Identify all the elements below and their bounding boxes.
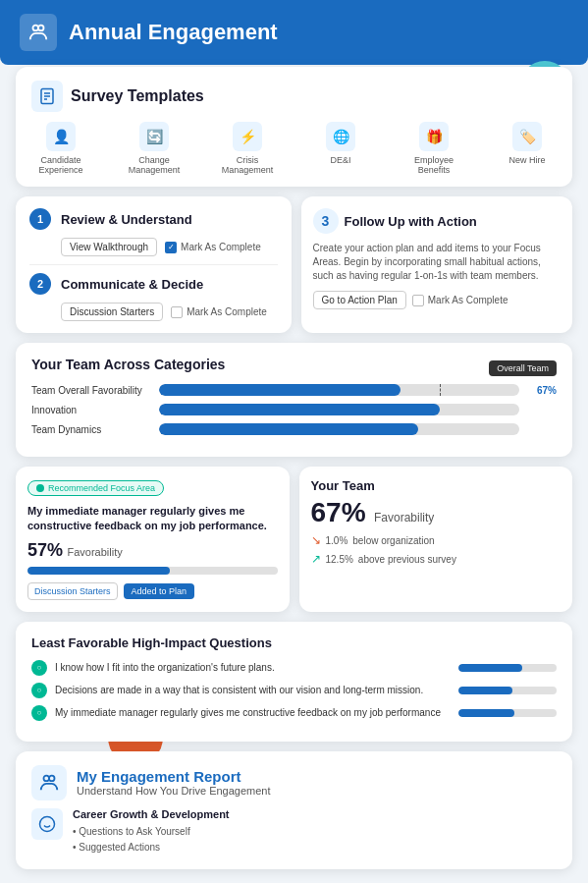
least-row-2: ○ Decisions are made in a way that is co…: [31, 683, 557, 698]
discussion-starters-button[interactable]: Discussion Starters: [61, 303, 163, 321]
followup-title: Follow Up with Action: [345, 214, 477, 229]
bar-fill-dynamics: [159, 423, 418, 435]
least-icon-2: ○: [31, 683, 47, 698]
engagement-title-block: My Engagement Report Understand How You …: [77, 768, 271, 797]
focus-pct: 57%: [27, 540, 63, 560]
followup-description: Create your action plan and add items to…: [313, 242, 561, 283]
step1-mark: ✓ Mark As Complete: [165, 242, 261, 253]
team-categories-card: Your Team Across Categories Overall Team…: [16, 343, 572, 457]
dashed-line: [440, 384, 441, 396]
survey-cat-candidate[interactable]: 👤 Candidate Experience: [31, 122, 90, 175]
focus-area-card: Recommended Focus Area My immediate mana…: [16, 467, 290, 612]
your-team-fav-label: Favorability: [374, 511, 434, 524]
your-team-stat-below: ↘ 1.0% below organization: [311, 533, 561, 547]
focus-bar-fill: [27, 567, 170, 575]
least-bar-3: [458, 709, 557, 717]
least-bar-fill-1: [458, 664, 522, 672]
engagement-section-content: Career Growth & Development • Questions …: [73, 808, 230, 855]
step2-checkbox[interactable]: [171, 306, 183, 318]
least-label-1: I know how I fit into the organization's…: [55, 661, 451, 674]
category-label-dynamics: Team Dynamics: [31, 424, 149, 435]
focus-bar: [27, 567, 278, 575]
your-team-title: Your Team: [311, 478, 561, 493]
survey-categories-list: 👤 Candidate Experience 🔄 Change Manageme…: [31, 122, 557, 175]
focus-dot: [36, 484, 44, 492]
discussion-starters-link[interactable]: Discussion Starters: [27, 582, 118, 600]
followup-number: 3: [313, 208, 339, 234]
step2-actions: Discussion Starters Mark As Complete: [61, 303, 278, 321]
survey-templates-card: Survey Templates 👤 Candidate Experience …: [16, 67, 572, 187]
engagement-section-title: Career Growth & Development: [73, 808, 230, 820]
least-row-1: ○ I know how I fit into the organization…: [31, 660, 557, 676]
survey-templates-icon: [31, 81, 63, 112]
followup-mark: Mark As Complete: [412, 295, 508, 306]
engagement-item-1: • Questions to Ask Yourself: [73, 824, 230, 840]
bar-container-innovation: [159, 404, 519, 415]
focus-area-text: My immediate manager regularly gives me …: [27, 504, 278, 534]
survey-cat-change[interactable]: 🔄 Change Management: [125, 122, 184, 175]
candidate-icon: 👤: [46, 122, 76, 151]
engagement-section: Career Growth & Development • Questions …: [31, 808, 557, 855]
least-bar-fill-3: [458, 709, 514, 717]
bar-fill-innovation: [159, 404, 440, 415]
least-favorable-title: Least Favorable High-Impact Questions: [31, 635, 557, 650]
arrow-down-icon: ↘: [311, 533, 321, 547]
category-row-favorability: Team Overall Favorability 67%: [31, 384, 557, 396]
bar-container-favorability: [159, 384, 519, 396]
followup-card: 3 Follow Up with Action Create your acti…: [301, 196, 573, 333]
added-to-plan-button[interactable]: Added to Plan: [124, 583, 195, 599]
go-to-action-plan-button[interactable]: Go to Action Plan: [313, 291, 406, 309]
bar-fill-favorability: [159, 384, 401, 396]
step1-number: 1: [29, 208, 51, 230]
followup-header: 3 Follow Up with Action: [313, 208, 561, 234]
engagement-item-2: • Suggested Actions: [73, 840, 230, 855]
step1-row: 1 Review & Understand: [29, 208, 278, 230]
least-label-2: Decisions are made in a way that is cons…: [55, 684, 451, 696]
engagement-subtitle: Understand How You Drive Engagement: [77, 785, 271, 797]
least-bar-2: [458, 687, 557, 694]
step1-checkbox[interactable]: ✓: [165, 242, 177, 253]
step1-actions: View Walkthrough ✓ Mark As Complete: [61, 238, 278, 256]
engagement-report-card: My Engagement Report Understand How You …: [16, 751, 572, 869]
newhire-icon: 🏷️: [512, 122, 542, 151]
category-label-favorability: Team Overall Favorability: [31, 385, 149, 396]
bar-pct-favorability: 67%: [529, 385, 557, 396]
least-icon-1: ○: [31, 660, 47, 676]
engagement-title: My Engagement Report: [77, 768, 271, 785]
your-team-favorability: 67% Favorability: [311, 497, 561, 528]
team-categories-title: Your Team Across Categories: [31, 357, 557, 372]
svg-point-7: [49, 775, 55, 781]
least-row-3: ○ My immediate manager regularly gives m…: [31, 705, 557, 721]
benefits-icon: 🎁: [419, 122, 449, 151]
step2-row: 2 Communicate & Decide: [29, 273, 278, 295]
survey-cat-newhire[interactable]: 🏷️ New Hire: [498, 122, 557, 175]
least-label-3: My immediate manager regularly gives me …: [55, 706, 451, 719]
bar-container-dynamics: [159, 423, 519, 435]
change-icon: 🔄: [139, 122, 169, 151]
your-team-stat-above: ↗ 12.5% above previous survey: [311, 552, 561, 566]
stat-below-value: 1.0%: [326, 535, 348, 546]
followup-checkbox[interactable]: [412, 295, 424, 306]
survey-templates-title: Survey Templates: [31, 81, 557, 112]
survey-cat-dei[interactable]: 🌐 DE&I: [311, 122, 370, 175]
category-row-innovation: Innovation: [31, 404, 557, 415]
category-row-dynamics: Team Dynamics: [31, 423, 557, 435]
engagement-header: My Engagement Report Understand How You …: [31, 765, 557, 800]
svg-point-1: [38, 26, 44, 31]
focus-pct-label: Favorability: [67, 546, 122, 558]
least-bar-1: [458, 664, 557, 672]
focus-area-badge: Recommended Focus Area: [27, 480, 164, 496]
focus-actions: Discussion Starters Added to Plan: [27, 582, 278, 600]
engagement-section-items: • Questions to Ask Yourself • Suggested …: [73, 824, 230, 855]
least-bar-fill-2: [458, 687, 512, 694]
overall-team-tooltip: Overall Team: [489, 360, 557, 376]
focus-favorability: 57% Favorability: [27, 540, 278, 561]
your-team-card: Your Team 67% Favorability ↘ 1.0% below …: [299, 467, 573, 612]
survey-cat-benefits[interactable]: 🎁 Employee Benefits: [404, 122, 463, 175]
least-favorable-card: Least Favorable High-Impact Questions ○ …: [16, 622, 572, 742]
crisis-icon: ⚡: [233, 122, 262, 151]
survey-cat-crisis[interactable]: ⚡ Crisis Management: [218, 122, 277, 175]
step2-mark: Mark As Complete: [171, 306, 267, 318]
step2-number: 2: [29, 273, 51, 295]
view-walkthrough-button[interactable]: View Walkthrough: [61, 238, 157, 256]
